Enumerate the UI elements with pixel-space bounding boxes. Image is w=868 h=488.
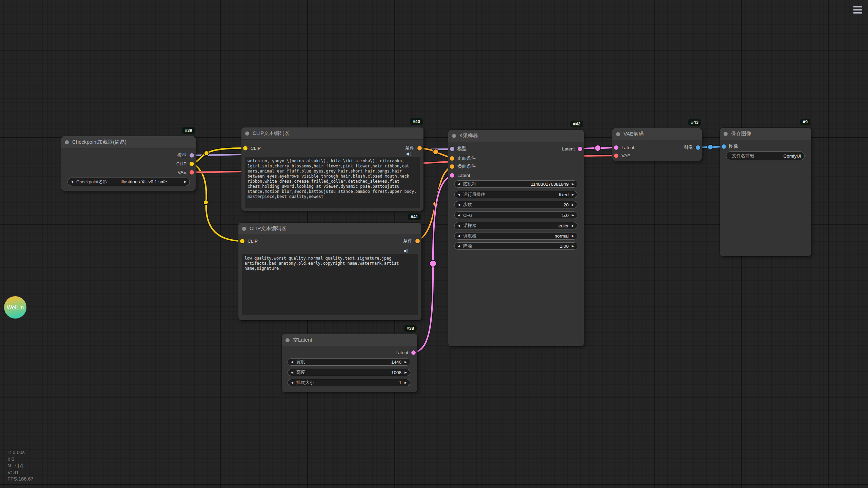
- link-latent-out[interactable]: [580, 147, 615, 149]
- node-clip-text-encode-positive[interactable]: #40 CLIP文本编码器 CLIP 条件 welchino, yanyo \(…: [241, 127, 423, 211]
- widget-prev-icon[interactable]: ◀: [458, 203, 460, 206]
- node-title-bar[interactable]: CLIP文本编码器: [241, 127, 423, 140]
- node-checkpoint-loader[interactable]: #39 Checkpoint加载器(简易) 模型 CLIP VAE ◀ Chec…: [61, 136, 196, 191]
- collapse-dot[interactable]: [245, 131, 249, 136]
- cfg-widget[interactable]: ◀ CFG 5.0 ▶: [454, 211, 577, 219]
- link-cond-positive[interactable]: [419, 148, 452, 158]
- output-port-vae[interactable]: [190, 170, 194, 175]
- node-empty-latent[interactable]: #38 空Latent Latent ◀ 宽度 1440 ▶ ◀ 高度 1008…: [282, 334, 417, 392]
- port-label: VAE: [178, 170, 186, 175]
- output-port-conditioning[interactable]: [417, 146, 422, 150]
- link-clip-negative-reroute-dot[interactable]: [203, 200, 208, 205]
- node-title-bar[interactable]: K采样器: [448, 130, 584, 142]
- widget-next-icon[interactable]: ▶: [572, 183, 574, 186]
- output-port-image[interactable]: [696, 145, 700, 150]
- control-after-generate-widget[interactable]: ◀ 运行后操作 fixed ▶: [454, 191, 577, 198]
- link-image-reroute-dot[interactable]: [708, 144, 713, 150]
- input-port-model[interactable]: [450, 147, 454, 151]
- graph-canvas[interactable]: #39 Checkpoint加载器(简易) 模型 CLIP VAE ◀ Chec…: [0, 0, 868, 488]
- filename-prefix-widget[interactable]: 文件名前缀 ComfyUI: [726, 151, 805, 160]
- widget-prev-icon[interactable]: ◀: [291, 361, 293, 364]
- height-widget[interactable]: ◀ 高度 1008 ▶: [288, 369, 410, 376]
- scheduler-widget[interactable]: ◀ 调度器 normal ▶: [454, 232, 577, 240]
- batch-size-widget[interactable]: ◀ 批次大小 1 ▶: [288, 379, 410, 386]
- node-save-image[interactable]: #9 保存图像 图像 文件名前缀 ComfyUI: [720, 128, 811, 256]
- stat-iterations: I: 0: [7, 456, 34, 463]
- speaker-icon[interactable]: [406, 151, 411, 157]
- widget-next-icon[interactable]: ▶: [572, 245, 574, 248]
- link-clip-negative[interactable]: [193, 164, 242, 241]
- checkpoint-name-widget[interactable]: ◀ Checkpoint名称 Illustrious-XL-v0.1.safe.…: [67, 178, 190, 186]
- input-port-negative-conditioning[interactable]: [450, 164, 454, 169]
- collapse-dot[interactable]: [285, 338, 290, 342]
- collapse-dot[interactable]: [616, 132, 620, 136]
- link-cond-negative-reroute-dot[interactable]: [433, 201, 438, 206]
- link-clip-positive[interactable]: [193, 148, 245, 164]
- node-title-bar[interactable]: Checkpoint加载器(简易): [61, 136, 196, 148]
- output-port-clip[interactable]: [190, 162, 194, 166]
- width-widget[interactable]: ◀ 宽度 1440 ▶: [288, 358, 410, 366]
- widget-prev-icon[interactable]: ◀: [458, 183, 460, 186]
- collapse-dot[interactable]: [724, 132, 728, 136]
- node-id-badge: #9: [800, 119, 810, 125]
- input-port-latent[interactable]: [614, 145, 618, 150]
- widget-next-icon[interactable]: ▶: [405, 381, 407, 384]
- prompt-textarea[interactable]: welchino, yanyo \(ogino atsuki\), kita \…: [245, 157, 420, 208]
- output-port-latent[interactable]: [578, 147, 582, 151]
- node-clip-text-encode-negative[interactable]: #41 CLIP文本编码器 CLIP 条件 low quality,worst …: [238, 223, 421, 320]
- collapse-dot[interactable]: [242, 227, 246, 231]
- port-label: 图像: [684, 144, 693, 150]
- input-port-clip[interactable]: [240, 239, 244, 243]
- weilin-plugin-badge[interactable]: WeiLin: [4, 296, 26, 319]
- input-port-vae[interactable]: [614, 154, 618, 158]
- node-title-bar[interactable]: VAE解码: [612, 128, 702, 140]
- widget-next-icon[interactable]: ▶: [572, 193, 574, 196]
- input-port-latent[interactable]: [450, 173, 454, 178]
- widget-prev-icon[interactable]: ◀: [291, 371, 293, 374]
- widget-prev-icon[interactable]: ◀: [458, 235, 460, 238]
- stat-version: V: 31: [7, 469, 34, 476]
- seed-widget[interactable]: ◀ 随机种 114830176381849 ▶: [454, 180, 577, 188]
- node-id-badge: #43: [688, 119, 701, 126]
- link-cond-positive-reroute-dot[interactable]: [433, 149, 438, 155]
- input-row-negative: 负面条件: [448, 163, 584, 170]
- widget-next-icon[interactable]: ▶: [184, 180, 186, 183]
- widget-prev-icon[interactable]: ◀: [458, 224, 460, 227]
- link-latent-in-reroute-dot[interactable]: [430, 260, 436, 267]
- speaker-icon[interactable]: [403, 248, 409, 253]
- widget-next-icon[interactable]: ▶: [572, 224, 574, 227]
- widget-prev-icon[interactable]: ◀: [458, 193, 460, 196]
- node-ksampler[interactable]: #42 K采样器 模型 Latent 正面条件 负面条件 Latent: [448, 130, 584, 346]
- input-port-image[interactable]: [722, 144, 726, 149]
- node-title-bar[interactable]: CLIP文本编码器: [238, 223, 421, 235]
- port-row: 模型 Latent: [448, 145, 584, 152]
- denoise-widget[interactable]: ◀ 降噪 1.00 ▶: [454, 242, 577, 250]
- input-port-clip[interactable]: [243, 146, 248, 150]
- widget-prev-icon[interactable]: ◀: [71, 180, 73, 183]
- widget-prev-icon[interactable]: ◀: [291, 381, 293, 384]
- widget-next-icon[interactable]: ▶: [572, 203, 574, 206]
- widget-next-icon[interactable]: ▶: [572, 214, 574, 217]
- node-title-bar[interactable]: 保存图像: [720, 128, 811, 140]
- steps-widget[interactable]: ◀ 步数 20 ▶: [454, 201, 577, 208]
- widget-next-icon[interactable]: ▶: [405, 361, 407, 364]
- collapse-dot[interactable]: [65, 140, 69, 144]
- node-vae-decode[interactable]: #43 VAE解码 Latent 图像 VAE: [612, 128, 702, 161]
- widget-next-icon[interactable]: ▶: [405, 371, 407, 374]
- menu-icon[interactable]: [853, 6, 862, 15]
- output-port-latent[interactable]: [411, 350, 416, 355]
- input-port-positive-conditioning[interactable]: [450, 156, 454, 161]
- collapse-dot[interactable]: [452, 134, 456, 138]
- prompt-textarea[interactable]: low quality,worst quality,normal quality…: [242, 254, 418, 315]
- output-port-model[interactable]: [190, 153, 194, 158]
- widget-value: euler: [479, 223, 569, 228]
- perf-stats: T: 0.00s I: 0 N: 7 [7] V: 31 FPS:166.67: [7, 449, 34, 483]
- output-port-conditioning[interactable]: [415, 239, 420, 243]
- widget-prev-icon[interactable]: ◀: [458, 245, 460, 248]
- node-title-bar[interactable]: 空Latent: [282, 334, 417, 346]
- widget-prev-icon[interactable]: ◀: [458, 214, 460, 217]
- link-clip-positive-reroute-dot[interactable]: [204, 151, 209, 156]
- sampler-widget[interactable]: ◀ 采样器 euler ▶: [454, 222, 577, 229]
- widget-next-icon[interactable]: ▶: [572, 235, 574, 238]
- link-latent-out-reroute-dot[interactable]: [595, 145, 601, 151]
